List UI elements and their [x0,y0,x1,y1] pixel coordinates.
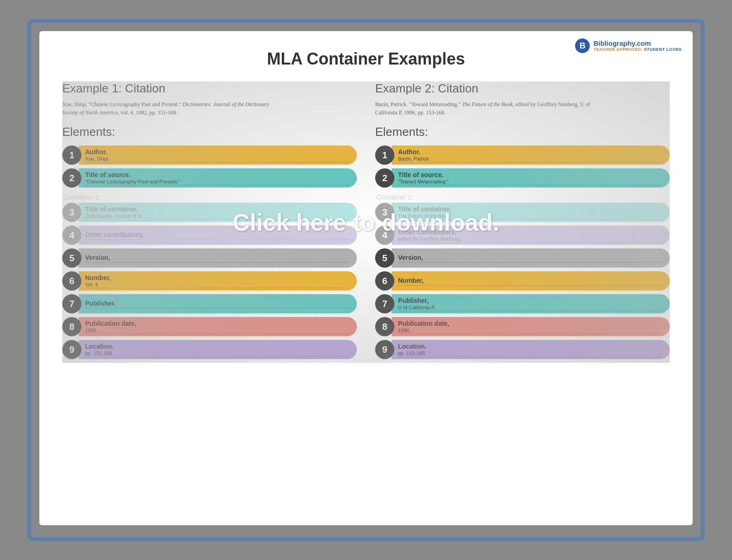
bar-label: Publisher, [398,297,662,304]
element-bar-number: Number, [392,271,670,291]
bar-label: Location. [398,343,662,350]
element-row: 6 Number, Vol. 4, [62,271,357,291]
number-badge-8: 8 [62,317,81,336]
number-badge-3: 3 [62,203,81,222]
element-row: 2 Title of source. "Chinese Lexicography… [62,168,357,188]
bar-value: "Toward Metareading." [398,179,662,185]
bar-label: Version, [398,254,662,261]
element-bar-author: Author. Xue, Shiqi. [79,145,357,165]
number-badge-2: 2 [62,168,81,188]
download-text[interactable]: Click here to download. [232,209,500,236]
example2-citation: Bazin, Patrick. "Toward Metareading." Th… [375,100,595,117]
element-bar-version: Version, [392,248,670,268]
element-row: 6 Number, [375,271,670,291]
element-row: 5 Version, [62,248,357,268]
element-row: 1 Author. Bazin, Patrick. [375,145,670,165]
bar-label: Location. [85,343,350,350]
number-badge-9: 9 [62,340,81,359]
tagline-teacher: TEACHER APPROVED. [593,47,642,52]
logo: B Bibliography.com TEACHER APPROVED. STU… [575,38,682,53]
element-bar-pubdate: Publication date, 1982, [79,317,357,336]
element-row: 9 Location. pp. 151-169. [62,340,357,359]
example2-heading: Example 2: Citation [375,81,670,96]
example1-elements-label: Elements: [62,125,357,139]
tagline-student: STUDENT LOVED [644,47,682,52]
example1-heading: Example 1: Citation [62,81,357,96]
logo-text: Bibliography.com TEACHER APPROVED. STUDE… [593,40,682,52]
examples-row: Example 1: Citation Xue, Shiqi. "Chinese… [62,81,670,363]
bar-label: Number, [85,274,350,281]
number-badge-1: 1 [375,145,394,165]
element-row: 7 Publisher, [62,294,357,313]
number-badge-6: 6 [375,271,394,291]
bar-value [85,239,350,240]
example2-elements-label: Elements: [375,125,670,139]
logo-icon: B [575,38,590,53]
element-bar-location: Location. pp. 153-168. [392,340,670,359]
bar-value: edited by Geoffrey Nunberg, [398,236,662,242]
element-bar-pubdate: Publication date, 1996, [392,317,670,336]
bar-value: Xue, Shiqi. [85,156,350,162]
element-bar-number: Number, Vol. 4, [79,271,357,291]
bar-label: Publication date, [398,320,662,327]
number-badge-7: 7 [375,294,394,313]
brand-name: Bibliography.com [593,40,682,48]
number-badge-1: 1 [62,145,81,165]
bar-value [398,285,662,285]
tagline: TEACHER APPROVED. STUDENT LOVED [593,47,682,52]
example1-citation: Xue, Shiqi. "Chinese Lexicography Past a… [62,100,282,117]
element-bar-publisher: Publisher, [79,294,357,313]
container1-label: Container 1: [62,193,357,201]
bar-value: 1982, [85,328,350,334]
element-bar-version: Version, [79,248,357,268]
number-badge-5: 5 [62,248,81,268]
number-badge-9: 9 [375,340,394,359]
bar-value [85,262,350,263]
element-row: 9 Location. pp. 153-168. [375,340,670,359]
element-row: 5 Version, [375,248,670,268]
bar-value: U of California P, [398,305,662,311]
bar-value: pp. 151-169. [85,350,350,357]
bar-value: "Chinese Lexicography Past and Present." [85,179,350,185]
bar-label: Title of source. [398,171,662,178]
bar-label: Version, [85,254,350,261]
element-bar-title: Title of source. "Toward Metareading." [392,168,670,188]
number-badge-8: 8 [375,317,394,336]
bar-label: Number, [398,277,662,284]
element-bar-author: Author. Bazin, Patrick. [392,145,670,165]
bar-label: Publisher, [85,300,350,307]
container1-label: Container 1: [375,193,670,201]
bar-label: Publication date, [85,320,350,327]
element-row: 2 Title of source. "Toward Metareading." [375,168,670,188]
bar-value: 1996, [398,328,662,334]
bar-value: Vol. 4, [85,282,350,288]
element-row: 1 Author. Xue, Shiqi. [62,145,357,165]
element-bar-publisher: Publisher, U of California P, [392,294,670,313]
number-badge-5: 5 [375,248,394,268]
bar-value: pp. 153-168. [398,350,662,357]
number-badge-6: 6 [62,271,81,291]
bar-value: Bazin, Patrick. [398,156,662,162]
bar-label: Author. [85,148,350,156]
bar-label: Title of source. [85,171,350,178]
bar-value [85,307,350,308]
element-bar-location: Location. pp. 151-169. [79,340,357,359]
number-badge-7: 7 [62,294,81,313]
inner-card: B Bibliography.com TEACHER APPROVED. STU… [39,31,693,525]
element-row: 7 Publisher, U of California P, [375,294,670,313]
number-badge-2: 2 [375,168,394,188]
element-row: 8 Publication date, 1982, [62,317,357,336]
element-row: 8 Publication date, 1996, [375,317,670,336]
element-bar-title: Title of source. "Chinese Lexicography P… [79,168,357,188]
number-badge-4: 4 [62,226,81,245]
bar-label: Author. [398,148,662,156]
outer-frame: B Bibliography.com TEACHER APPROVED. STU… [27,19,705,541]
bar-value [398,262,662,263]
